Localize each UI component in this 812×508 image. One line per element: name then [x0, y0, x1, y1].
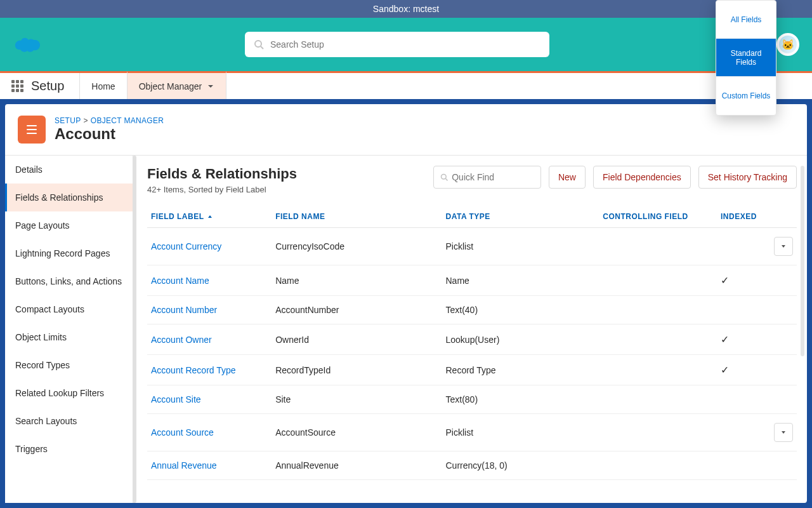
- data-type-cell: Text(40): [442, 296, 599, 324]
- object-sidebar: DetailsFields & RelationshipsPage Layout…: [5, 156, 133, 503]
- fields-table: FIELD LABEL FIELD NAME DATA TYPE CONTROL…: [147, 206, 797, 480]
- row-actions-button[interactable]: [774, 423, 793, 442]
- check-icon: ✓: [721, 275, 729, 286]
- chevron-down-icon: [780, 429, 787, 436]
- field-name-cell: AnnualRevenue: [272, 451, 442, 480]
- controlling-field-cell: [599, 355, 717, 385]
- sandbox-banner: Sandbox: mctest: [0, 0, 812, 18]
- indexed-cell: [717, 451, 769, 480]
- chevron-down-icon: [780, 243, 787, 250]
- field-label-cell[interactable]: Annual Revenue: [147, 451, 272, 480]
- indexed-cell: ✓: [717, 355, 769, 385]
- table-row: Account NameNameName✓: [147, 265, 797, 296]
- user-avatar[interactable]: 🐱: [776, 33, 799, 56]
- svg-rect-2: [27, 125, 37, 126]
- data-type-cell: Lookup(User): [442, 324, 599, 355]
- table-row: Account CurrencyCurrencyIsoCodePicklist: [147, 228, 797, 265]
- table-row: Account Record TypeRecordTypeIdRecord Ty…: [147, 355, 797, 385]
- field-label-cell[interactable]: Account Site: [147, 385, 272, 414]
- col-indexed[interactable]: INDEXED: [717, 206, 769, 228]
- setup-label: Setup: [31, 79, 64, 93]
- field-name-cell: AccountNumber: [272, 296, 442, 324]
- tab-home[interactable]: Home: [79, 73, 126, 99]
- filter-dropdown: All FieldsStandard FieldsCustom Fields: [716, 0, 776, 116]
- sidebar-item-record-types[interactable]: Record Types: [5, 351, 133, 379]
- indexed-cell: ✓: [717, 324, 769, 355]
- col-data-type[interactable]: DATA TYPE: [442, 206, 599, 228]
- controlling-field-cell: [599, 385, 717, 414]
- sidebar-item-object-limits[interactable]: Object Limits: [5, 323, 133, 351]
- svg-rect-3: [27, 129, 37, 130]
- field-label-cell[interactable]: Account Owner: [147, 324, 272, 355]
- data-type-cell: Record Type: [442, 355, 599, 385]
- controlling-field-cell: [599, 296, 717, 324]
- field-label-cell[interactable]: Account Source: [147, 414, 272, 451]
- sort-asc-icon: [207, 214, 213, 220]
- table-row: Account SiteSiteText(80): [147, 385, 797, 414]
- filter-option-custom-fields[interactable]: Custom Fields: [716, 77, 776, 115]
- col-field-label[interactable]: FIELD LABEL: [147, 206, 272, 228]
- breadcrumb[interactable]: SETUP>OBJECT MANAGER: [55, 116, 164, 125]
- global-search[interactable]: [245, 32, 549, 57]
- col-controlling-field[interactable]: CONTROLLING FIELD: [599, 206, 717, 228]
- indexed-cell: [717, 228, 769, 265]
- field-name-cell: AccountSource: [272, 414, 442, 451]
- indexed-cell: ✓: [717, 265, 769, 296]
- field-label-cell[interactable]: Account Number: [147, 296, 272, 324]
- controlling-field-cell: [599, 265, 717, 296]
- table-row: Annual RevenueAnnualRevenueCurrency(18, …: [147, 451, 797, 480]
- data-type-cell: Name: [442, 265, 599, 296]
- new-button[interactable]: New: [549, 166, 586, 189]
- search-icon: [440, 173, 448, 182]
- app-launcher-icon[interactable]: [11, 80, 23, 92]
- global-search-input[interactable]: [270, 39, 540, 50]
- row-actions-button[interactable]: [774, 237, 793, 256]
- tab-object-manager[interactable]: Object Manager: [127, 71, 227, 99]
- table-row: Account OwnerOwnerIdLookup(User)✓: [147, 324, 797, 355]
- field-name-cell: CurrencyIsoCode: [272, 228, 442, 265]
- filter-option-standard-fields[interactable]: Standard Fields: [716, 39, 776, 77]
- data-type-cell: Text(80): [442, 385, 599, 414]
- svg-line-1: [261, 46, 263, 49]
- sidebar-item-details[interactable]: Details: [5, 156, 133, 184]
- account-object-icon: [18, 116, 46, 144]
- field-label-cell[interactable]: Account Currency: [147, 228, 272, 265]
- chevron-down-icon: [207, 83, 214, 90]
- sidebar-item-search-layouts[interactable]: Search Layouts: [5, 407, 133, 435]
- indexed-cell: [717, 414, 769, 451]
- sidebar-item-triggers[interactable]: Triggers: [5, 435, 133, 463]
- page-header: SETUP>OBJECT MANAGER Account: [5, 104, 807, 155]
- content-frame: SETUP>OBJECT MANAGER Account DetailsFiel…: [5, 104, 807, 503]
- controlling-field-cell: [599, 451, 717, 480]
- data-type-cell: Picklist: [442, 414, 599, 451]
- controlling-field-cell: [599, 228, 717, 265]
- salesforce-logo[interactable]: [13, 35, 41, 54]
- filter-option-all-fields[interactable]: All Fields: [716, 1, 776, 39]
- svg-point-5: [442, 174, 447, 179]
- set-history-tracking-button[interactable]: Set History Tracking: [698, 166, 797, 189]
- controlling-field-cell: [599, 414, 717, 451]
- indexed-cell: [717, 296, 769, 324]
- field-dependencies-button[interactable]: Field Dependencies: [593, 166, 691, 189]
- field-name-cell: Name: [272, 265, 442, 296]
- table-row: Account NumberAccountNumberText(40): [147, 296, 797, 324]
- sidebar-item-page-layouts[interactable]: Page Layouts: [5, 211, 133, 239]
- sidebar-item-related-lookup-filters[interactable]: Related Lookup Filters: [5, 379, 133, 407]
- field-name-cell: OwnerId: [272, 324, 442, 355]
- controlling-field-cell: [599, 324, 717, 355]
- table-row: Account SourceAccountSourcePicklist: [147, 414, 797, 451]
- svg-line-6: [445, 178, 447, 180]
- global-header: 🐱: [0, 18, 812, 71]
- field-label-cell[interactable]: Account Record Type: [147, 355, 272, 385]
- sidebar-item-fields-relationships[interactable]: Fields & Relationships: [5, 184, 133, 211]
- sidebar-item-buttons-links-and-actions[interactable]: Buttons, Links, and Actions: [5, 267, 133, 295]
- field-name-cell: Site: [272, 385, 442, 414]
- quick-find[interactable]: [433, 166, 541, 189]
- sidebar-item-compact-layouts[interactable]: Compact Layouts: [5, 295, 133, 323]
- field-label-cell[interactable]: Account Name: [147, 265, 272, 296]
- quick-find-input[interactable]: [452, 172, 534, 182]
- col-field-name[interactable]: FIELD NAME: [272, 206, 442, 228]
- svg-rect-4: [27, 133, 37, 134]
- sidebar-item-lightning-record-pages[interactable]: Lightning Record Pages: [5, 239, 133, 267]
- svg-point-0: [255, 41, 261, 47]
